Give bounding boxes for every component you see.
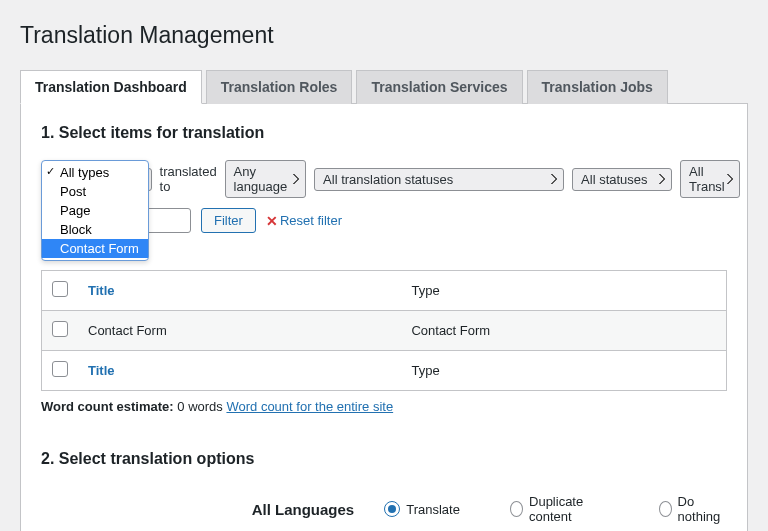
all-nothing-radio[interactable]: Do nothing <box>659 494 727 524</box>
tab-translation-dashboard[interactable]: Translation Dashboard <box>20 70 202 104</box>
step1-title: 1. Select items for translation <box>41 124 727 142</box>
step2-title: 2. Select translation options <box>41 450 727 468</box>
type-dropdown[interactable]: All types Post Page Block Contact Form <box>41 160 149 261</box>
close-icon: ✕ <box>266 213 278 229</box>
col-type-footer: Type <box>401 351 726 391</box>
dd-contact-form[interactable]: Contact Form <box>42 239 148 258</box>
all-languages-label: All Languages <box>41 501 384 518</box>
status-select[interactable]: All statuses <box>572 168 672 191</box>
word-count-estimate: Word count estimate: 0 words Word count … <box>41 399 727 414</box>
all-duplicate-radio[interactable]: Duplicate content <box>510 494 609 524</box>
translated-to-label: translated to <box>160 164 217 194</box>
dd-block[interactable]: Block <box>42 220 148 239</box>
table-row: Contact Form Contact Form <box>42 311 727 351</box>
to-language-select[interactable]: Any language <box>225 160 307 198</box>
main-panel: 1. Select items for translation All type… <box>20 104 748 531</box>
tab-bar: Translation Dashboard Translation Roles … <box>20 69 748 104</box>
page-title: Translation Management <box>20 22 748 49</box>
reset-filter-link[interactable]: ✕ Reset filter <box>266 213 342 229</box>
col-title-footer[interactable]: Title <box>88 363 115 378</box>
tab-translation-roles[interactable]: Translation Roles <box>206 70 353 104</box>
row-type: Contact Form <box>401 311 726 351</box>
filter-row: All types Post Page Block Contact Form i… <box>41 160 727 198</box>
dd-page[interactable]: Page <box>42 201 148 220</box>
dd-post[interactable]: Post <box>42 182 148 201</box>
filter-button[interactable]: Filter <box>201 208 256 233</box>
col-type-header: Type <box>401 271 726 311</box>
select-all-checkbox-bottom[interactable] <box>52 361 68 377</box>
dd-all-types[interactable]: All types <box>42 163 148 182</box>
tab-translation-services[interactable]: Translation Services <box>356 70 522 104</box>
language-options-grid: All Languages Translate Duplicate conten… <box>41 486 727 531</box>
items-table: Title Type Contact Form Contact Form Tit… <box>41 270 727 391</box>
word-count-site-link[interactable]: Word count for the entire site <box>226 399 393 414</box>
row-checkbox[interactable] <box>52 321 68 337</box>
all-translate-radio[interactable]: Translate <box>384 501 460 517</box>
col-title-header[interactable]: Title <box>88 283 115 298</box>
extra-select[interactable]: All Transl <box>680 160 740 198</box>
tab-translation-jobs[interactable]: Translation Jobs <box>527 70 668 104</box>
row-title: Contact Form <box>78 311 401 351</box>
select-all-checkbox[interactable] <box>52 281 68 297</box>
translation-status-select[interactable]: All translation statuses <box>314 168 564 191</box>
